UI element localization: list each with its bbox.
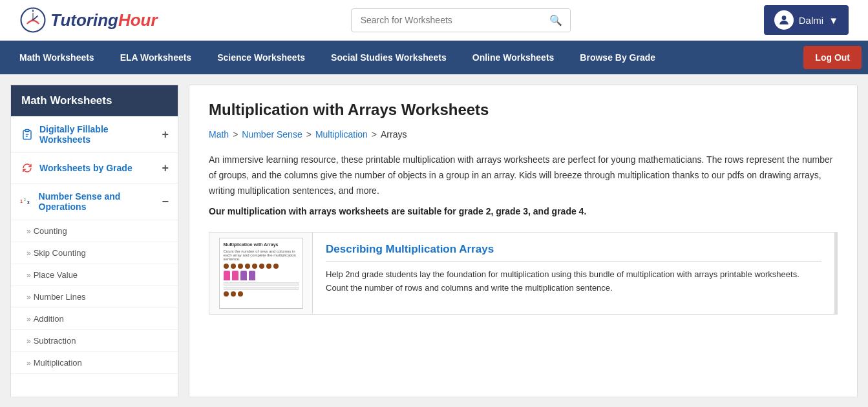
page-description-bold: Our multiplication with arrays worksheet… (209, 206, 838, 216)
dropdown-arrow-icon: ▼ (829, 15, 838, 26)
nav-grade[interactable]: Browse By Grade (567, 41, 668, 74)
breadcrumb-multiplication[interactable]: Multiplication (315, 129, 368, 140)
svg-point-5 (781, 16, 786, 20)
user-name: Dalmi (799, 15, 823, 26)
search-input[interactable] (352, 10, 542, 30)
logo: TutoringHour (19, 6, 158, 34)
user-avatar-icon (774, 10, 794, 30)
sidebar-sub-counting[interactable]: » Counting (11, 220, 178, 242)
number-sense-link[interactable]: Number Sense and Operations (39, 191, 162, 212)
nav-math[interactable]: Math Worksheets (6, 41, 107, 74)
breadcrumb-sep-3: > (372, 129, 377, 140)
user-menu[interactable]: Dalmi ▼ (764, 5, 849, 35)
worksheets-by-grade-link[interactable]: Worksheets by Grade (39, 163, 132, 173)
worksheet-card: Multiplication with Arrays Count the num… (209, 232, 838, 315)
sidebar-sub-skip-counting[interactable]: » Skip Counting (11, 242, 178, 264)
bullet-icon: » (26, 359, 31, 368)
bullet-icon: » (26, 227, 31, 236)
collapse-number-sense-icon[interactable]: − (162, 195, 169, 209)
nav-online[interactable]: Online Worksheets (460, 41, 567, 74)
expand-digitally-fillable-icon[interactable]: + (162, 128, 169, 141)
bullet-icon: » (26, 315, 31, 324)
digitally-fillable-link[interactable]: Digitally Fillable Worksheets (39, 124, 162, 145)
nav-science[interactable]: Science Worksheets (204, 41, 318, 74)
worksheet-description: Help 2nd grade students lay the foundati… (326, 268, 821, 295)
bullet-icon: » (26, 249, 31, 258)
sidebar-sub-multiplication[interactable]: » Multiplication (11, 352, 178, 374)
search-area[interactable]: 🔍 (351, 8, 571, 32)
refresh-icon (20, 161, 34, 175)
logo-text: TutoringHour (50, 10, 158, 30)
main-nav: Math Worksheets ELA Worksheets Science W… (0, 41, 868, 74)
sidebar-sub-number-lines[interactable]: » Number Lines (11, 286, 178, 308)
breadcrumb-sep-2: > (306, 129, 312, 140)
nav-social[interactable]: Social Studies Worksheets (318, 41, 460, 74)
breadcrumb-sep-1: > (233, 129, 238, 140)
sidebar-item-by-grade[interactable]: Worksheets by Grade + (11, 153, 178, 183)
sidebar-header: Math Worksheets (11, 85, 178, 116)
sidebar-sub-place-value[interactable]: » Place Value (11, 264, 178, 286)
logout-button[interactable]: Log Out (803, 46, 862, 69)
content-wrap: Math Worksheets Digitally Fillable Works… (0, 74, 868, 397)
svg-text:3: 3 (27, 200, 30, 205)
sidebar-sub-addition[interactable]: » Addition (11, 308, 178, 330)
svg-text:1: 1 (20, 199, 23, 204)
bullet-icon: » (26, 293, 31, 302)
breadcrumb-math[interactable]: Math (209, 129, 229, 140)
search-button[interactable]: 🔍 (542, 9, 570, 32)
bullet-icon: » (26, 337, 31, 346)
sidebar: Math Worksheets Digitally Fillable Works… (10, 85, 178, 397)
thumbnail-image: Multiplication with Arrays Count the num… (219, 238, 303, 309)
numbers-icon: 1 2 3 (20, 194, 34, 209)
breadcrumb-arrays: Arrays (381, 129, 407, 140)
clipboard-icon (20, 127, 34, 141)
nav-ela[interactable]: ELA Worksheets (107, 41, 204, 74)
expand-by-grade-icon[interactable]: + (162, 162, 169, 175)
worksheet-title[interactable]: Describing Multiplication Arrays (326, 243, 821, 262)
worksheet-thumbnail[interactable]: Multiplication with Arrays Count the num… (209, 233, 313, 314)
top-header: TutoringHour 🔍 Dalmi ▼ (0, 0, 868, 41)
sidebar-sub-subtraction[interactable]: » Subtraction (11, 330, 178, 352)
page-title: Multiplication with Arrays Worksheets (209, 101, 838, 119)
worksheet-info: Describing Multiplication Arrays Help 2n… (313, 233, 834, 314)
breadcrumb-number-sense[interactable]: Number Sense (242, 129, 302, 140)
svg-rect-6 (25, 130, 29, 132)
sidebar-item-digitally-fillable[interactable]: Digitally Fillable Worksheets + (11, 116, 178, 153)
main-content: Multiplication with Arrays Worksheets Ma… (189, 85, 858, 397)
logo-icon (19, 6, 47, 34)
page-description: An immersive learning resource, these pr… (209, 152, 838, 198)
breadcrumb: Math > Number Sense > Multiplication > A… (209, 129, 838, 140)
sidebar-item-number-sense[interactable]: 1 2 3 Number Sense and Operations − (11, 183, 178, 220)
bullet-icon: » (26, 271, 31, 280)
svg-text:2: 2 (24, 198, 26, 202)
